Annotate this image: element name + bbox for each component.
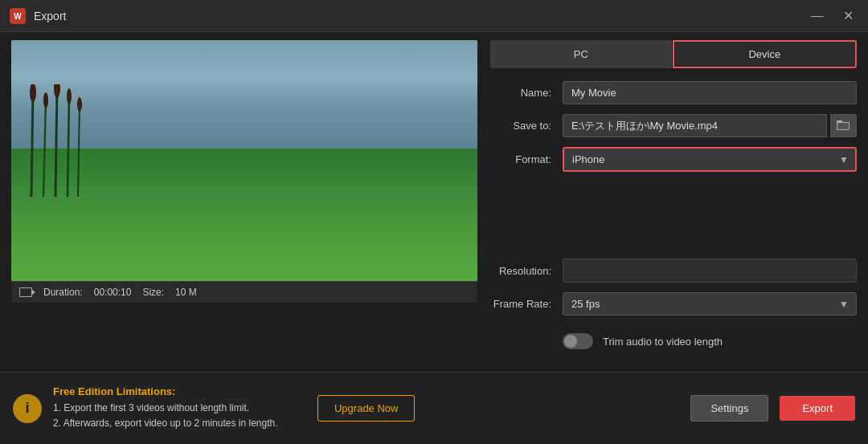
name-row: Name:: [490, 81, 857, 104]
svg-line-2: [31, 92, 33, 197]
format-label: Format:: [490, 153, 563, 165]
svg-rect-14: [837, 123, 849, 129]
svg-line-3: [43, 100, 46, 197]
name-label: Name:: [490, 87, 563, 99]
browse-button[interactable]: [830, 114, 857, 137]
info-icon: i: [13, 394, 42, 423]
upgrade-button[interactable]: Upgrade Now: [317, 395, 416, 422]
window-title: Export: [34, 10, 806, 22]
window-controls: — ✕: [806, 6, 858, 25]
video-icon: [19, 287, 32, 297]
duration-value: 00:00:10: [94, 287, 132, 298]
video-panel: Duration: 00:00:10 Size: 10 M: [11, 40, 477, 364]
save-to-row: Save to:: [490, 114, 857, 137]
settings-button[interactable]: Settings: [690, 395, 768, 422]
tab-device[interactable]: Device: [673, 40, 858, 68]
video-info-bar: Duration: 00:00:10 Size: 10 M: [11, 281, 477, 303]
framerate-select[interactable]: 25 fps 30 fps 60 fps: [563, 292, 857, 316]
svg-point-9: [54, 84, 60, 98]
main-content: Duration: 00:00:10 Size: 10 M PC Device …: [0, 32, 868, 372]
bottom-bar: i Free Edition Limitations: 1. Export th…: [0, 372, 868, 444]
minimize-button[interactable]: —: [806, 6, 829, 25]
warning-text: Free Edition Limitations: 1. Export the …: [53, 385, 306, 431]
svg-line-4: [55, 88, 57, 197]
svg-point-11: [77, 97, 82, 112]
trim-audio-label: Trim audio to video length: [603, 336, 723, 348]
warning-body: 1. Export the first 3 videos without len…: [53, 401, 306, 431]
format-select[interactable]: iPhone: [563, 147, 857, 172]
format-select-wrapper: iPhone ▼: [563, 147, 857, 172]
svg-point-8: [43, 92, 48, 108]
settings-panel: PC Device Name: Save to:: [490, 40, 857, 364]
warning-line1: 1. Export the first 3 videos without len…: [53, 401, 306, 416]
tab-row: PC Device: [490, 40, 857, 68]
duration-label: Duration:: [43, 287, 83, 298]
svg-line-5: [68, 96, 69, 197]
save-to-input[interactable]: [563, 114, 827, 137]
export-button[interactable]: Export: [780, 396, 855, 421]
frame-rate-row: Frame Rate: 25 fps 30 fps 60 fps ▼: [490, 292, 857, 316]
video-preview: [11, 40, 477, 281]
app-icon: W: [10, 8, 26, 24]
name-input[interactable]: [563, 81, 857, 104]
size-value: 10 M: [175, 287, 197, 298]
warning-line2: 2. Afterwards, export video up to 2 minu…: [53, 416, 306, 431]
resolution-label: Resolution:: [490, 265, 563, 277]
trim-audio-toggle[interactable]: [563, 333, 593, 349]
svg-text:W: W: [14, 12, 22, 21]
title-bar: W Export — ✕: [0, 0, 868, 32]
save-to-label: Save to:: [490, 120, 563, 132]
svg-point-10: [67, 88, 72, 104]
size-label: Size:: [142, 287, 164, 298]
format-row: Format: iPhone ▼: [490, 147, 857, 172]
svg-line-6: [78, 104, 80, 197]
resolution-value: [563, 259, 857, 283]
close-button[interactable]: ✕: [838, 6, 858, 25]
warning-title: Free Edition Limitations:: [53, 385, 306, 397]
frame-rate-label: Frame Rate:: [490, 298, 563, 310]
resolution-row: Resolution:: [490, 259, 857, 283]
tab-pc[interactable]: PC: [490, 40, 672, 68]
toggle-row: Trim audio to video length: [563, 333, 857, 349]
framerate-select-wrapper: 25 fps 30 fps 60 fps ▼: [563, 292, 857, 316]
svg-point-7: [30, 84, 36, 102]
video-reeds: [23, 84, 88, 197]
